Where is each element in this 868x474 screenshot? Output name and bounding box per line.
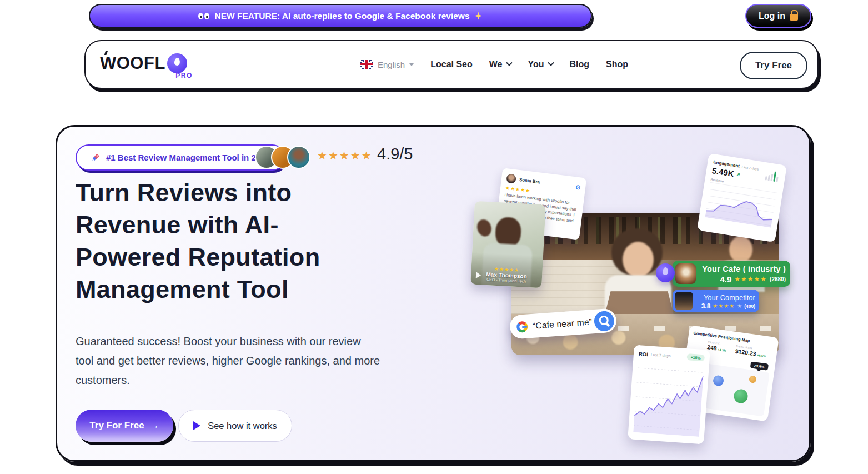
cafe-score: 4.9 xyxy=(720,275,731,284)
chevron-down-icon xyxy=(506,60,512,66)
competitor-rating-badge: Your Competitor 3.8 ★★★★ ★ (400) xyxy=(673,290,759,312)
competitor-stars: ★★★★ xyxy=(713,303,735,309)
google-icon: G xyxy=(575,183,581,191)
stat-period: Last 7 days xyxy=(651,352,671,357)
mini-bar-sparkline xyxy=(765,170,780,182)
roi-stat-card: ROI Last 7 days +15% xyxy=(628,345,710,444)
cafe-review-count: (2880) xyxy=(770,276,786,282)
competitor-review-count: (400) xyxy=(744,303,755,309)
metric: TRAFFIC 248+4.3% xyxy=(706,340,727,353)
google-g-icon xyxy=(516,321,528,332)
nav-item-shop[interactable]: Shop xyxy=(606,59,628,69)
navbar: WOOFL PRO English Local Seo We You Blog … xyxy=(84,40,819,89)
try-free-button[interactable]: Try Free xyxy=(740,52,807,79)
engagement-stat-card: Engagement Last 7 days 5.49K ↗ Revenue xyxy=(697,153,787,242)
competitor-score: 3.8 xyxy=(701,302,711,310)
nav-menu: English Local Seo We You Blog Shop xyxy=(360,41,628,88)
language-selector[interactable]: English xyxy=(360,60,414,69)
competitor-thumbnail xyxy=(675,292,693,310)
brand-sub-label: PRO xyxy=(175,72,193,79)
nav-item-local-seo[interactable]: Local Seo xyxy=(430,59,473,69)
uk-flag-icon xyxy=(360,60,373,69)
video-testimonial-card: ★★★★★ Max Thompson CEO - Thompson Tech xyxy=(470,201,546,288)
announcement-text: NEW FEATURE: AI auto-replies to Google &… xyxy=(214,11,469,21)
trend-up-icon: ↗ xyxy=(736,171,741,177)
avatar xyxy=(506,173,516,184)
lock-icon xyxy=(790,14,798,21)
brand-logo[interactable]: WOOFL PRO xyxy=(100,53,187,73)
search-query: “Cafe near me” xyxy=(533,317,593,331)
metric: Traffic Rank $120.23+6.5% xyxy=(735,344,767,358)
competitor-label: Your Competitor xyxy=(704,294,755,302)
login-label: Log in xyxy=(759,11,785,21)
roi-line-chart xyxy=(633,360,704,437)
caret-down-icon xyxy=(409,63,414,66)
your-cafe-rating-badge: Your Cafe ( indusrty ) 4.9 ★★★★★ (2880) xyxy=(673,261,790,287)
login-button[interactable]: Log in xyxy=(745,4,811,28)
hero-section: #1 Best Review Management Tool in 2024 ★… xyxy=(56,125,811,462)
competitor-star-muted: ★ xyxy=(737,303,742,309)
hero-illustration: Sonia Bra G ★★★★★ i have been working wi… xyxy=(57,127,809,460)
brand-wordmark: WOOFL xyxy=(100,53,165,73)
tooltip: 23.9% xyxy=(750,361,769,370)
stat-title: ROI xyxy=(639,351,649,357)
stat-value: 5.49K xyxy=(711,166,735,178)
cafe-label: Your Cafe ( indusrty ) xyxy=(702,265,786,273)
nav-item-we[interactable]: We xyxy=(489,59,511,69)
cafe-thumbnail xyxy=(675,263,696,284)
sparkles-icon xyxy=(475,12,483,20)
announcement-banner[interactable]: NEW FEATURE: AI auto-replies to Google &… xyxy=(89,4,592,28)
cafe-stars: ★★★★★ xyxy=(734,275,767,283)
play-icon xyxy=(476,272,481,278)
nav-item-you[interactable]: You xyxy=(528,59,553,69)
wooflo-mark-icon xyxy=(656,263,675,282)
search-icon xyxy=(594,310,615,331)
chevron-down-icon xyxy=(548,60,554,66)
language-label: English xyxy=(378,60,405,69)
delta-badge: +15% xyxy=(686,353,705,361)
eyes-icon xyxy=(198,13,209,19)
reviewer-name: Sonia Bra xyxy=(519,177,540,184)
nav-item-blog[interactable]: Blog xyxy=(570,59,590,69)
brand-droplet-icon xyxy=(167,53,187,73)
